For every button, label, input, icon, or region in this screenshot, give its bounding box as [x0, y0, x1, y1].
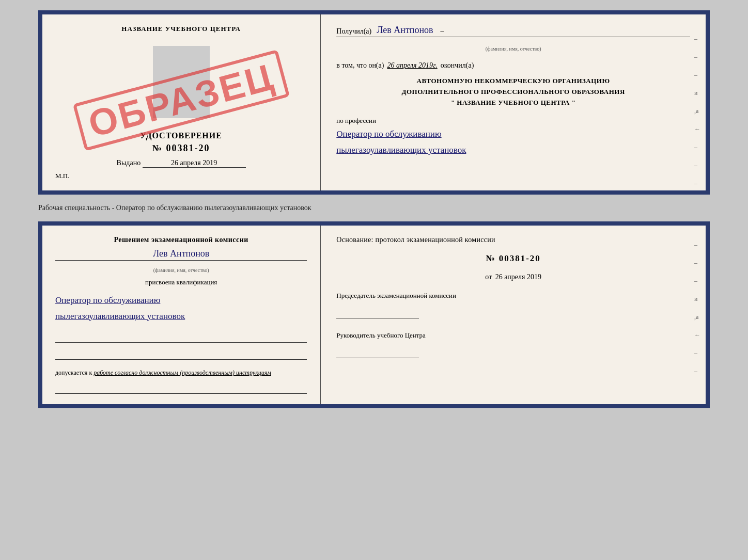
top-left-title: НАЗВАНИЕ УЧЕБНОГО ЦЕНТРА — [121, 25, 241, 33]
b-dash-7: – — [694, 349, 700, 357]
dash-7: – — [694, 143, 700, 151]
received-prefix: Получил(а) — [336, 27, 371, 36]
bottom-name-label: (фамилия, имя, отчество) — [153, 267, 209, 273]
top-doc-right: Получил(а) Лев Антпонов – (фамилия, имя,… — [321, 14, 706, 190]
qualification-block: Оператор по обслуживанию пылегазоулавлив… — [55, 293, 307, 324]
issued-date: 26 апреля 2019 — [143, 159, 246, 168]
commission-header: Решением экзаменационной комиссии — [55, 236, 307, 244]
mp-line: М.П. — [55, 172, 69, 180]
org-line2: ДОПОЛНИТЕЛЬНОГО ПРОФЕССИОНАЛЬНОГО ОБРАЗО… — [336, 87, 690, 98]
qualification-line1: Оператор по обслуживанию — [55, 293, 307, 309]
bottom-name-section: Лев Антпонов — [55, 248, 307, 261]
dash-1: – — [694, 35, 700, 43]
right-dashes-top: – – – и ,а ← – – – — [694, 35, 700, 187]
dash-4: и — [694, 89, 700, 97]
document-container: НАЗВАНИЕ УЧЕБНОГО ЦЕНТРА УДОСТОВЕРЕНИЕ №… — [38, 10, 710, 408]
bottom-name: Лев Антпонов — [153, 248, 209, 259]
cert-label: УДОСТОВЕРЕНИЕ — [140, 131, 222, 140]
b-dash-1: – — [694, 241, 700, 249]
right-dashes-bottom: – – – и ,а ← – – — [694, 241, 700, 375]
b-dash-5: ,а — [694, 313, 700, 321]
profession-block: по профессии Оператор по обслуживанию пы… — [336, 117, 690, 158]
from-date-val: 26 апреля 2019 — [495, 273, 541, 281]
name-subtext-label: (фамилия, имя, отчество) — [486, 46, 541, 52]
signature-line-2 — [55, 349, 307, 360]
top-doc-left: НАЗВАНИЕ УЧЕБНОГО ЦЕНТРА УДОСТОВЕРЕНИЕ №… — [42, 14, 321, 190]
from-date: от 26 апреля 2019 — [336, 273, 690, 281]
bottom-doc-right: Основание: протокол экзаменационной коми… — [321, 226, 706, 404]
signature-line-1 — [55, 332, 307, 343]
bottom-doc-left: Решением экзаменационной комиссии Лев Ан… — [42, 226, 321, 404]
received-name: Лев Антпонов — [377, 25, 433, 36]
cert-number: № 00381-20 — [152, 143, 210, 154]
received-section: Получил(а) Лев Антпонов – — [336, 25, 690, 37]
org-line1: АВТОНОМНУЮ НЕКОММЕРЧЕСКУЮ ОРГАНИЗАЦИЮ — [336, 76, 690, 87]
b-dash-8: – — [694, 367, 700, 375]
bottom-document: Решением экзаменационной комиссии Лев Ан… — [38, 221, 710, 408]
name-subtext-top: (фамилия, имя, отчество) — [336, 43, 690, 53]
b-dash-2: – — [694, 259, 700, 267]
допускается-text: работе согласно должностным (производств… — [93, 369, 271, 376]
dash-5: ,а — [694, 107, 700, 115]
director-signature-line — [336, 344, 419, 358]
chairman-block: Председатель экзаменационной комиссии — [336, 292, 690, 318]
completed-section: в том, что он(а) 26 апреля 2019г. окончи… — [336, 61, 690, 70]
dash-6: ← — [694, 125, 700, 133]
photo-placeholder — [153, 46, 210, 118]
completed-suffix: окончил(а) — [441, 61, 474, 70]
b-dash-3: – — [694, 277, 700, 285]
b-dash-6: ← — [694, 331, 700, 339]
signature-line-3 — [55, 383, 307, 394]
issued-line: Выдано 26 апреля 2019 — [117, 154, 246, 168]
assigned-label: присвоена квалификация — [55, 278, 307, 286]
from-prefix: от — [485, 273, 492, 281]
dash-2: – — [694, 53, 700, 61]
separator-text: Рабочая специальность - Оператор по обсл… — [38, 200, 710, 216]
protocol-number: № 00381-20 — [336, 253, 690, 264]
issued-prefix: Выдано — [117, 159, 141, 167]
org-line3: " НАЗВАНИЕ УЧЕБНОГО ЦЕНТРА " — [336, 98, 690, 108]
profession-line2: пылегазоулавливающих установок — [336, 142, 690, 158]
dash-3: – — [694, 71, 700, 79]
chairman-label: Председатель экзаменационной комиссии — [336, 292, 690, 300]
dash-9: – — [694, 180, 700, 187]
director-block: Руководитель учебного Центра — [336, 331, 690, 358]
osnov-text: Основание: протокол экзаменационной коми… — [336, 236, 690, 244]
completed-date: 26 апреля 2019г. — [387, 61, 437, 70]
допускается-block: допускается к работе согласно должностны… — [55, 369, 307, 377]
director-label: Руководитель учебного Центра — [336, 331, 690, 340]
qualification-line2: пылегазоулавливающих установок — [55, 309, 307, 325]
top-document: НАЗВАНИЕ УЧЕБНОГО ЦЕНТРА УДОСТОВЕРЕНИЕ №… — [38, 10, 710, 195]
dash-after-name: – — [441, 27, 444, 36]
profession-line1: Оператор по обслуживанию — [336, 126, 690, 142]
profession-label: по профессии — [336, 117, 690, 125]
org-block: АВТОНОМНУЮ НЕКОММЕРЧЕСКУЮ ОРГАНИЗАЦИЮ ДО… — [336, 76, 690, 108]
bottom-name-subtext: (фамилия, имя, отчество) — [55, 265, 307, 274]
completed-prefix: в том, что он(а) — [336, 61, 384, 70]
chairman-signature-line — [336, 304, 419, 318]
dash-8: – — [694, 162, 700, 169]
допускается-prefix: допускается к — [55, 369, 92, 376]
b-dash-4: и — [694, 295, 700, 303]
